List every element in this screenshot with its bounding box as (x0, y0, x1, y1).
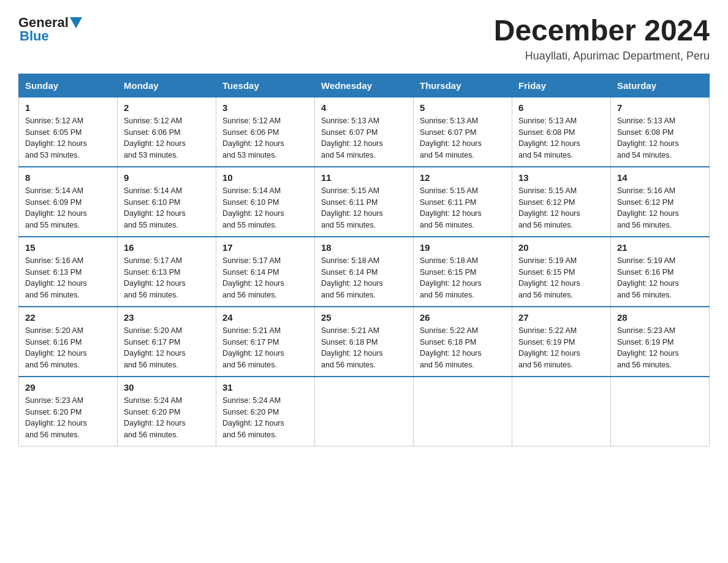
calendar-cell: 3 Sunrise: 5:12 AM Sunset: 6:06 PM Dayli… (216, 97, 315, 167)
day-info: Sunrise: 5:18 AM Sunset: 6:14 PM Dayligh… (321, 255, 407, 301)
weekday-header-thursday: Thursday (414, 74, 512, 97)
day-number: 28 (617, 312, 703, 323)
title-block: December 2024 Huayllati, Apurimac Depart… (494, 15, 710, 63)
day-number: 26 (420, 312, 506, 323)
logo: General Blue (18, 15, 82, 45)
day-number: 3 (222, 102, 308, 113)
day-number: 25 (321, 312, 407, 323)
day-number: 17 (222, 242, 308, 253)
calendar-cell: 8 Sunrise: 5:14 AM Sunset: 6:09 PM Dayli… (19, 167, 118, 237)
calendar-cell: 17 Sunrise: 5:17 AM Sunset: 6:14 PM Dayl… (216, 237, 315, 307)
day-info: Sunrise: 5:14 AM Sunset: 6:10 PM Dayligh… (222, 185, 308, 231)
day-number: 30 (124, 382, 210, 393)
day-info: Sunrise: 5:13 AM Sunset: 6:08 PM Dayligh… (617, 115, 703, 161)
calendar-cell: 18 Sunrise: 5:18 AM Sunset: 6:14 PM Dayl… (315, 237, 414, 307)
day-info: Sunrise: 5:21 AM Sunset: 6:18 PM Dayligh… (321, 325, 407, 371)
calendar-cell: 28 Sunrise: 5:23 AM Sunset: 6:19 PM Dayl… (611, 307, 710, 377)
day-number: 9 (124, 172, 210, 183)
calendar-cell: 27 Sunrise: 5:22 AM Sunset: 6:19 PM Dayl… (512, 307, 611, 377)
calendar-cell (315, 377, 414, 446)
day-number: 21 (617, 242, 703, 253)
calendar-cell: 4 Sunrise: 5:13 AM Sunset: 6:07 PM Dayli… (315, 97, 414, 167)
calendar-cell: 14 Sunrise: 5:16 AM Sunset: 6:12 PM Dayl… (611, 167, 710, 237)
calendar-cell: 12 Sunrise: 5:15 AM Sunset: 6:11 PM Dayl… (414, 167, 512, 237)
day-info: Sunrise: 5:12 AM Sunset: 6:06 PM Dayligh… (222, 115, 308, 161)
day-number: 24 (222, 312, 308, 323)
day-number: 5 (420, 102, 506, 113)
calendar-cell: 5 Sunrise: 5:13 AM Sunset: 6:07 PM Dayli… (414, 97, 512, 167)
calendar-cell: 9 Sunrise: 5:14 AM Sunset: 6:10 PM Dayli… (118, 167, 216, 237)
calendar-cell (512, 377, 611, 446)
weekday-header-wednesday: Wednesday (315, 74, 414, 97)
day-info: Sunrise: 5:12 AM Sunset: 6:06 PM Dayligh… (124, 115, 210, 161)
calendar-cell: 20 Sunrise: 5:19 AM Sunset: 6:15 PM Dayl… (512, 237, 611, 307)
day-info: Sunrise: 5:19 AM Sunset: 6:15 PM Dayligh… (518, 255, 604, 301)
day-number: 10 (222, 172, 308, 183)
calendar-cell: 30 Sunrise: 5:24 AM Sunset: 6:20 PM Dayl… (118, 377, 216, 446)
day-info: Sunrise: 5:16 AM Sunset: 6:12 PM Dayligh… (617, 185, 703, 231)
calendar-cell: 23 Sunrise: 5:20 AM Sunset: 6:17 PM Dayl… (118, 307, 216, 377)
day-info: Sunrise: 5:19 AM Sunset: 6:16 PM Dayligh… (617, 255, 703, 301)
weekday-header-monday: Monday (118, 74, 216, 97)
day-info: Sunrise: 5:15 AM Sunset: 6:11 PM Dayligh… (321, 185, 407, 231)
day-info: Sunrise: 5:13 AM Sunset: 6:07 PM Dayligh… (420, 115, 506, 161)
day-info: Sunrise: 5:22 AM Sunset: 6:18 PM Dayligh… (420, 325, 506, 371)
day-info: Sunrise: 5:20 AM Sunset: 6:17 PM Dayligh… (124, 325, 210, 371)
logo-text-blue: Blue (18, 28, 49, 44)
calendar-cell: 11 Sunrise: 5:15 AM Sunset: 6:11 PM Dayl… (315, 167, 414, 237)
day-number: 29 (25, 382, 111, 393)
day-info: Sunrise: 5:14 AM Sunset: 6:09 PM Dayligh… (25, 185, 111, 231)
weekday-header-saturday: Saturday (611, 74, 710, 97)
day-info: Sunrise: 5:13 AM Sunset: 6:08 PM Dayligh… (518, 115, 604, 161)
day-number: 6 (518, 102, 604, 113)
calendar-cell: 24 Sunrise: 5:21 AM Sunset: 6:17 PM Dayl… (216, 307, 315, 377)
day-number: 22 (25, 312, 111, 323)
calendar-cell: 26 Sunrise: 5:22 AM Sunset: 6:18 PM Dayl… (414, 307, 512, 377)
calendar-cell: 22 Sunrise: 5:20 AM Sunset: 6:16 PM Dayl… (19, 307, 118, 377)
day-info: Sunrise: 5:15 AM Sunset: 6:12 PM Dayligh… (518, 185, 604, 231)
day-number: 8 (25, 172, 111, 183)
day-number: 14 (617, 172, 703, 183)
day-info: Sunrise: 5:23 AM Sunset: 6:20 PM Dayligh… (25, 395, 111, 441)
day-number: 18 (321, 242, 407, 253)
day-info: Sunrise: 5:17 AM Sunset: 6:13 PM Dayligh… (124, 255, 210, 301)
logo-arrow-icon (70, 17, 82, 29)
day-info: Sunrise: 5:23 AM Sunset: 6:19 PM Dayligh… (617, 325, 703, 371)
day-info: Sunrise: 5:15 AM Sunset: 6:11 PM Dayligh… (420, 185, 506, 231)
day-number: 20 (518, 242, 604, 253)
day-info: Sunrise: 5:24 AM Sunset: 6:20 PM Dayligh… (124, 395, 210, 441)
day-number: 15 (25, 242, 111, 253)
day-number: 31 (222, 382, 308, 393)
day-info: Sunrise: 5:13 AM Sunset: 6:07 PM Dayligh… (321, 115, 407, 161)
page-header: General Blue December 2024 Huayllati, Ap… (18, 15, 710, 63)
day-number: 12 (420, 172, 506, 183)
calendar-subtitle: Huayllati, Apurimac Department, Peru (494, 50, 710, 63)
day-number: 2 (124, 102, 210, 113)
calendar-cell: 19 Sunrise: 5:18 AM Sunset: 6:15 PM Dayl… (414, 237, 512, 307)
weekday-header-tuesday: Tuesday (216, 74, 315, 97)
day-number: 16 (124, 242, 210, 253)
day-info: Sunrise: 5:12 AM Sunset: 6:05 PM Dayligh… (25, 115, 111, 161)
calendar-cell: 2 Sunrise: 5:12 AM Sunset: 6:06 PM Dayli… (118, 97, 216, 167)
calendar-title: December 2024 (494, 15, 710, 47)
calendar-cell: 15 Sunrise: 5:16 AM Sunset: 6:13 PM Dayl… (19, 237, 118, 307)
day-number: 19 (420, 242, 506, 253)
day-number: 23 (124, 312, 210, 323)
day-number: 11 (321, 172, 407, 183)
day-number: 27 (518, 312, 604, 323)
calendar-cell: 6 Sunrise: 5:13 AM Sunset: 6:08 PM Dayli… (512, 97, 611, 167)
calendar-cell: 1 Sunrise: 5:12 AM Sunset: 6:05 PM Dayli… (19, 97, 118, 167)
day-info: Sunrise: 5:18 AM Sunset: 6:15 PM Dayligh… (420, 255, 506, 301)
day-info: Sunrise: 5:21 AM Sunset: 6:17 PM Dayligh… (222, 325, 308, 371)
calendar-cell: 7 Sunrise: 5:13 AM Sunset: 6:08 PM Dayli… (611, 97, 710, 167)
calendar-cell: 29 Sunrise: 5:23 AM Sunset: 6:20 PM Dayl… (19, 377, 118, 446)
day-info: Sunrise: 5:24 AM Sunset: 6:20 PM Dayligh… (222, 395, 308, 441)
weekday-header-friday: Friday (512, 74, 611, 97)
calendar-cell (414, 377, 512, 446)
day-info: Sunrise: 5:16 AM Sunset: 6:13 PM Dayligh… (25, 255, 111, 301)
calendar-cell: 16 Sunrise: 5:17 AM Sunset: 6:13 PM Dayl… (118, 237, 216, 307)
calendar-table: SundayMondayTuesdayWednesdayThursdayFrid… (18, 74, 710, 446)
day-info: Sunrise: 5:14 AM Sunset: 6:10 PM Dayligh… (124, 185, 210, 231)
calendar-cell: 10 Sunrise: 5:14 AM Sunset: 6:10 PM Dayl… (216, 167, 315, 237)
day-number: 4 (321, 102, 407, 113)
